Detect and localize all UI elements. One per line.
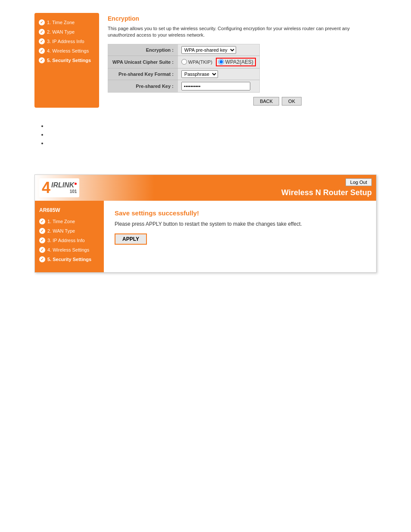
encryption-desc: This page allows you to set up the wirel… [108, 25, 377, 39]
router-sidebar: AR685W 1. Time Zone 2. WAN Type 3. IP Ad… [35, 201, 104, 272]
sidebar-item-security-top[interactable]: 5. Security Settings [39, 57, 95, 63]
sidebar-item-wantype-top[interactable]: 2. WAN Type [39, 29, 95, 35]
sidebar-item-ipaddress-top[interactable]: 3. IP Address Info [39, 38, 95, 44]
cipher-suite-label: WPA Unicast Cipher Suite : [108, 56, 178, 68]
sidebar-item-wireless-bottom[interactable]: 4. Wireless Settings [39, 247, 100, 253]
ok-button[interactable]: OK [282, 97, 302, 106]
encryption-row: Encryption : WPA pre-shared key [108, 44, 260, 56]
wizard-layout: 1. Time Zone 2. WAN Type 3. IP Address I… [34, 13, 377, 108]
sidebar-item-wireless-top[interactable]: 4. Wireless Settings [39, 48, 95, 54]
bullet-item-2 [47, 131, 377, 137]
logo-dot [75, 183, 77, 185]
encryption-label: Encryption : [108, 44, 178, 56]
sidebar-item-timezone-bottom[interactable]: 1. Time Zone [39, 218, 100, 224]
wpa2-aes-box: WPA2(AES) [216, 58, 256, 66]
check-icon-3 [39, 38, 45, 44]
encryption-form-table: Encryption : WPA pre-shared key WPA Unic… [108, 44, 260, 93]
router-body: AR685W 1. Time Zone 2. WAN Type 3. IP Ad… [35, 201, 376, 272]
key-format-row: Pre-shared Key Format : Passphrase [108, 68, 260, 80]
encryption-value-cell: WPA pre-shared key [178, 44, 260, 56]
preshared-key-label: Pre-shared Key : [108, 80, 178, 92]
back-button[interactable]: BACK [253, 97, 279, 106]
router-main: Save settings successfully! Please press… [104, 201, 376, 272]
check-icon-b2 [39, 228, 45, 234]
wpa2-radio[interactable] [218, 59, 224, 65]
logo-101-text: 101 [51, 189, 77, 194]
sidebar-item-wantype-bottom[interactable]: 2. WAN Type [39, 228, 100, 234]
check-icon-5 [39, 57, 45, 63]
tkip-text: WPA(TKIP) [188, 59, 212, 65]
router-title: Wireless N Router Setup [281, 188, 372, 197]
preshared-key-value-cell [178, 80, 260, 92]
sidebar-label-4: 4. Wireless Settings [47, 48, 89, 53]
cipher-suite-value-cell: WPA(TKIP) WPA2(AES) [178, 56, 260, 68]
preshared-key-input[interactable] [181, 82, 250, 90]
key-format-label: Pre-shared Key Format : [108, 68, 178, 80]
router-header: 4 IRLINK 101 Log Out Wireless N Router S… [35, 175, 376, 201]
bullet-item-3 [47, 140, 377, 146]
key-format-select[interactable]: Passphrase [181, 70, 218, 78]
key-format-value-cell: Passphrase [178, 68, 260, 80]
router-model: AR685W [39, 207, 100, 213]
logo-number: 4 [42, 180, 50, 196]
check-icon-b5 [39, 256, 45, 262]
check-icon-1 [39, 19, 45, 25]
encryption-title: Encryption [108, 15, 377, 22]
check-icon-b1 [39, 218, 45, 224]
logout-button[interactable]: Log Out [346, 178, 372, 186]
sidebar-item-security-bottom[interactable]: 5. Security Settings [39, 256, 100, 262]
sidebar-label-b1: 1. Time Zone [47, 219, 75, 224]
router-logo: 4 IRLINK 101 [39, 178, 79, 197]
header-right: Log Out Wireless N Router Setup [281, 178, 372, 197]
sidebar-label-1: 1. Time Zone [47, 20, 75, 25]
wpa2-text: WPA2(AES) [225, 59, 253, 65]
top-section: 1. Time Zone 2. WAN Type 3. IP Address I… [0, 0, 411, 121]
form-buttons: BACK OK [108, 97, 302, 106]
check-icon-4 [39, 48, 45, 54]
encryption-select[interactable]: WPA pre-shared key [181, 46, 236, 54]
bullet-list [34, 123, 377, 146]
cipher-options: WPA(TKIP) WPA2(AES) [181, 58, 256, 66]
sidebar-label-b3: 3. IP Address Info [47, 238, 85, 243]
sidebar-label-b5: 5. Security Settings [47, 257, 91, 262]
success-title: Save settings successfully! [115, 209, 365, 217]
router-section: 4 IRLINK 101 Log Out Wireless N Router S… [34, 174, 377, 273]
bullet-item-1 [47, 123, 377, 129]
bullet-section [0, 121, 411, 162]
top-sidebar: 1. Time Zone 2. WAN Type 3. IP Address I… [34, 13, 99, 108]
success-desc: Please press APPLY button to restart the… [115, 221, 365, 227]
tkip-radio[interactable] [181, 59, 187, 65]
apply-button[interactable]: APPLY [115, 233, 147, 245]
top-main-content: Encryption This page allows you to set u… [108, 13, 377, 108]
sidebar-label-2: 2. WAN Type [47, 29, 75, 34]
tkip-label[interactable]: WPA(TKIP) [181, 59, 212, 65]
logo-airlink-text: IRLINK [51, 181, 74, 189]
check-icon-2 [39, 29, 45, 35]
sidebar-label-b2: 2. WAN Type [47, 228, 75, 233]
sidebar-label-b4: 4. Wireless Settings [47, 247, 89, 252]
sidebar-item-timezone-top[interactable]: 1. Time Zone [39, 19, 95, 25]
cipher-suite-row: WPA Unicast Cipher Suite : WPA(TKIP) WPA… [108, 56, 260, 68]
sidebar-item-ipaddress-bottom[interactable]: 3. IP Address Info [39, 237, 100, 243]
check-icon-b3 [39, 237, 45, 243]
sidebar-label-5: 5. Security Settings [47, 58, 91, 63]
preshared-key-row: Pre-shared Key : [108, 80, 260, 92]
sidebar-label-3: 3. IP Address Info [47, 39, 84, 44]
logo-text-block: IRLINK 101 [51, 181, 77, 194]
check-icon-b4 [39, 247, 45, 253]
